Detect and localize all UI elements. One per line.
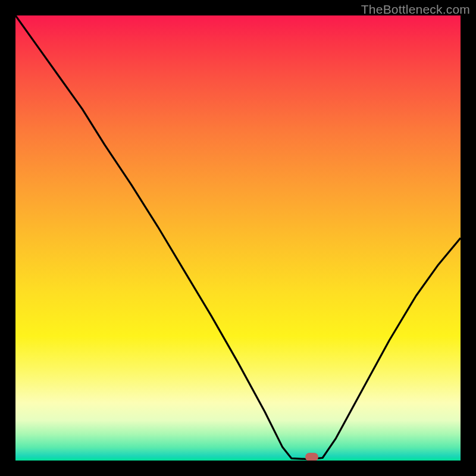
bottleneck-curve [15, 15, 461, 459]
optimal-marker [305, 453, 318, 461]
watermark-text: TheBottleneck.com [361, 2, 470, 17]
curve-layer [15, 15, 461, 461]
chart-frame: TheBottleneck.com [0, 0, 476, 476]
plot-area [15, 15, 461, 461]
